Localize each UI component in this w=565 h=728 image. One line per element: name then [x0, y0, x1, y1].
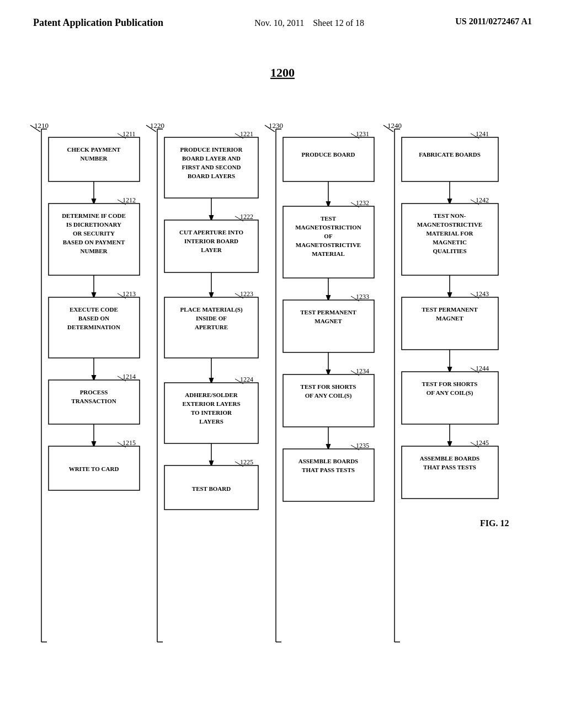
svg-text:MAGNET: MAGNET [436, 315, 463, 322]
label-1235: 1235 [356, 442, 369, 449]
label-1243: 1243 [476, 290, 489, 298]
svg-text:MAGNETOSTRICTIVE: MAGNETOSTRICTIVE [417, 221, 482, 228]
svg-text:APERTURE: APERTURE [195, 324, 228, 330]
svg-text:TEST: TEST [321, 215, 337, 222]
svg-text:OR SECURITY: OR SECURITY [73, 230, 115, 237]
svg-text:BASED ON PAYMENT: BASED ON PAYMENT [63, 239, 125, 245]
svg-text:FABRICATE BOARDS: FABRICATE BOARDS [419, 151, 481, 158]
svg-text:PLACE MATERIAL(S): PLACE MATERIAL(S) [180, 306, 243, 313]
svg-text:MATERIAL FOR: MATERIAL FOR [426, 230, 473, 237]
svg-text:THAT PASS TESTS: THAT PASS TESTS [423, 464, 476, 470]
svg-text:INSIDE OF: INSIDE OF [196, 315, 227, 322]
svg-text:TEST FOR SHORTS: TEST FOR SHORTS [422, 381, 478, 387]
box-1245 [402, 446, 498, 499]
label-1214: 1214 [122, 373, 136, 381]
svg-text:MAGNETOSTRICTIVE: MAGNETOSTRICTIVE [296, 242, 361, 248]
svg-text:OF ANY COIL(S): OF ANY COIL(S) [427, 389, 473, 397]
svg-text:MAGNET: MAGNET [315, 318, 342, 324]
svg-text:MAGNETIC: MAGNETIC [433, 239, 467, 245]
date: Nov. 10, 2011 [254, 18, 304, 28]
label-1244: 1244 [476, 365, 489, 372]
diagram-container: 1200 1210 1220 1230 1240 CHECK PAYMENT N… [0, 46, 565, 708]
label-1222: 1222 [240, 213, 253, 221]
label-1221: 1221 [240, 130, 253, 138]
svg-text:TEST BOARD: TEST BOARD [192, 485, 231, 492]
svg-text:CHECK PAYMENT: CHECK PAYMENT [67, 146, 121, 153]
label-1223: 1223 [240, 290, 253, 298]
svg-text:QUALITIES: QUALITIES [433, 248, 466, 254]
diagram-title: 1200 [270, 66, 295, 79]
box-1235 [283, 449, 374, 501]
svg-text:FIRST AND SECOND: FIRST AND SECOND [182, 164, 241, 170]
box-1243 [402, 297, 498, 350]
svg-text:NUMBER: NUMBER [81, 155, 108, 162]
svg-text:WRITE TO CARD: WRITE TO CARD [69, 465, 119, 472]
svg-text:MATERIAL: MATERIAL [312, 250, 345, 257]
svg-text:PROCESS: PROCESS [80, 389, 108, 395]
svg-text:OF ANY COIL(S): OF ANY COIL(S) [305, 392, 352, 399]
svg-text:ASSEMBLE BOARDS: ASSEMBLE BOARDS [420, 455, 480, 462]
svg-text:BOARD LAYERS: BOARD LAYERS [188, 173, 235, 179]
svg-text:CUT APERTURE INTO: CUT APERTURE INTO [179, 229, 243, 235]
box-1234 [283, 374, 374, 427]
svg-text:IS DICRETIONARY: IS DICRETIONARY [66, 221, 121, 228]
label-1215: 1215 [122, 439, 136, 447]
label-1231: 1231 [356, 130, 369, 138]
page-header: Patent Application Publication Nov. 10, … [0, 0, 565, 35]
label-1242: 1242 [476, 196, 489, 204]
svg-text:ASSEMBLE BOARDS: ASSEMBLE BOARDS [299, 458, 359, 464]
svg-text:NUMBER: NUMBER [81, 248, 108, 254]
label-1211: 1211 [122, 130, 136, 138]
box-1241 [402, 137, 498, 181]
svg-text:ADHERE/SOLDER: ADHERE/SOLDER [185, 392, 238, 398]
svg-text:BASED ON: BASED ON [78, 315, 109, 322]
label-1241: 1241 [476, 130, 489, 138]
label-1245: 1245 [476, 439, 489, 447]
svg-text:THAT PASS TESTS: THAT PASS TESTS [302, 467, 355, 473]
svg-text:TO INTERIOR: TO INTERIOR [191, 409, 232, 416]
group-1240-label: 1240 [387, 121, 402, 130]
svg-text:LAYERS: LAYERS [199, 418, 223, 425]
publication-number: US 2011/0272467 A1 [455, 17, 532, 26]
label-1232: 1232 [356, 199, 369, 207]
patent-diagram: 1200 1210 1220 1230 1240 CHECK PAYMENT N… [0, 46, 565, 708]
publication-date-sheet: Nov. 10, 2011 Sheet 12 of 18 [254, 17, 364, 30]
svg-text:TRANSACTION: TRANSACTION [71, 398, 116, 404]
svg-text:TEST PERMANENT: TEST PERMANENT [300, 309, 356, 315]
svg-text:DETERMINATION: DETERMINATION [67, 324, 120, 330]
svg-text:TEST FOR SHORTS: TEST FOR SHORTS [301, 383, 356, 390]
svg-text:PRODUCE INTERIOR: PRODUCE INTERIOR [180, 146, 243, 153]
label-1234: 1234 [356, 367, 369, 375]
group-1210-label: 1210 [34, 121, 49, 130]
box-1231 [283, 137, 374, 181]
publication-title: Patent Application Publication [33, 17, 163, 29]
box-1244 [402, 372, 498, 424]
svg-text:BOARD LAYER AND: BOARD LAYER AND [182, 155, 241, 162]
svg-text:INTERIOR BOARD: INTERIOR BOARD [184, 238, 238, 244]
svg-text:LAYER: LAYER [201, 247, 222, 253]
label-1213: 1213 [122, 290, 136, 298]
label-1233: 1233 [356, 293, 369, 301]
label-1225: 1225 [240, 458, 253, 466]
svg-text:EXTERIOR LAYERS: EXTERIOR LAYERS [182, 400, 240, 407]
svg-text:OF: OF [324, 233, 333, 239]
fig-label: FIG. 12 [480, 518, 509, 528]
group-1230-label: 1230 [269, 121, 283, 130]
group-1220-label: 1220 [150, 121, 164, 130]
sheet-info: Sheet 12 of 18 [313, 18, 364, 28]
svg-text:TEST PERMANENT: TEST PERMANENT [422, 306, 478, 313]
svg-text:TEST NON-: TEST NON- [434, 212, 466, 219]
label-1212: 1212 [122, 196, 136, 204]
svg-text:MAGNETOSTRICTION: MAGNETOSTRICTION [295, 224, 361, 231]
svg-text:DETERMINE IF CODE: DETERMINE IF CODE [62, 212, 126, 219]
svg-text:EXECUTE CODE: EXECUTE CODE [70, 306, 118, 313]
box-1233 [283, 300, 374, 352]
label-1224: 1224 [240, 376, 253, 383]
svg-text:PRODUCE BOARD: PRODUCE BOARD [302, 151, 355, 158]
